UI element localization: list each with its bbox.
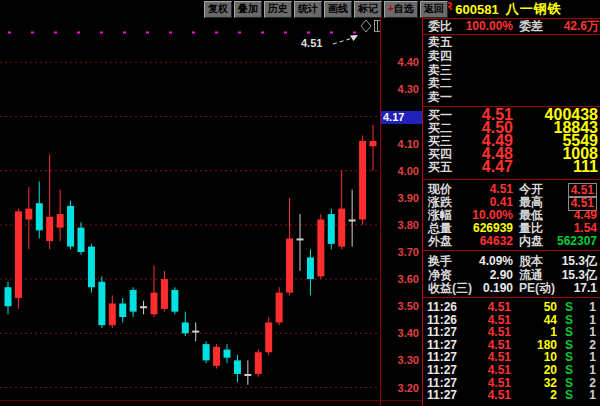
- weibi-row: 委比 100.00% 委差 42.6万: [423, 20, 600, 33]
- tick-row: 11:274.511S1: [423, 326, 600, 339]
- candle-body: [119, 303, 126, 317]
- snapshot-grid: 现价 4.51 今开 4.51 涨跌 0.41 最高 4.51 涨幅 10.00…: [423, 183, 600, 247]
- toolbar-button-tongji[interactable]: 统计: [294, 1, 322, 18]
- candle-body: [25, 209, 32, 220]
- sell-level-2[interactable]: 卖二: [423, 77, 600, 91]
- toolbar-button-biaoji[interactable]: 标记: [354, 1, 382, 18]
- axis-price-label: 3.20: [398, 382, 419, 394]
- tick-row: 11:264.5150S1: [423, 301, 600, 314]
- buy-level-5[interactable]: 买五 4.47 111: [423, 161, 600, 174]
- toolbar-button-lishi[interactable]: 历史: [264, 1, 292, 18]
- divider: [423, 297, 600, 298]
- field-value: 15.3亿: [562, 269, 597, 283]
- toolbar-button-back[interactable]: 返回: [420, 1, 448, 18]
- diamond-tool-icon[interactable]: [361, 20, 371, 32]
- toolbar-button-diejia[interactable]: 叠加: [234, 1, 262, 18]
- stock-terminal: 4.51 复权 叠加 历史 统计 画线 标记 +自选 返回 4.17 4.404…: [0, 0, 600, 406]
- candle-body: [130, 290, 137, 312]
- field-value: 64632: [480, 235, 513, 248]
- divider: [423, 179, 600, 180]
- candle-body: [286, 238, 293, 292]
- axis-price-label: 4.40: [398, 56, 419, 68]
- candle-body: [370, 141, 377, 146]
- axis-price-label: 4.00: [398, 165, 419, 177]
- weicha-label: 委差: [519, 20, 543, 33]
- field-label: 换手: [428, 255, 452, 269]
- buy-label: 买五: [428, 161, 452, 174]
- field-label: 量比: [519, 222, 543, 235]
- field-value: 4.51: [490, 183, 513, 196]
- buy-volume: 111: [573, 161, 598, 174]
- stock-header: R 600581 八一钢铁: [423, 0, 600, 18]
- candle-body: [46, 217, 53, 241]
- snapshot-row: 外盘 64632 内盘 562307: [423, 235, 600, 248]
- price-axis-tag: 4.17: [381, 111, 422, 124]
- axis-price-label: 4.10: [398, 138, 419, 150]
- field-label: 总量: [428, 222, 452, 235]
- field-value: 0.41: [490, 196, 513, 209]
- candle-body: [57, 214, 64, 228]
- candle-body: [98, 282, 105, 325]
- toolbar-button-add-watchlist[interactable]: +自选: [384, 1, 418, 18]
- candle-body: [307, 257, 314, 279]
- candle-body: [338, 209, 345, 247]
- toolbar-button-huaxian[interactable]: 画线: [324, 1, 352, 18]
- toolbar-button-fuquan[interactable]: 复权: [204, 1, 232, 18]
- field-label: 外盘: [428, 235, 452, 248]
- fundamentals-row: 收益(三) 0.190 PE(动) 17.1: [423, 282, 600, 296]
- candle-body: [67, 206, 74, 247]
- fundamentals-grid: 换手 4.09% 股本 15.3亿 净资 2.90 流通 15.3亿 收益(三)…: [423, 255, 600, 296]
- candle-body: [151, 293, 158, 315]
- quote-panel: R 600581 八一钢铁 委比 100.00% 委差 42.6万 卖五 卖四 …: [422, 0, 600, 406]
- kline-chart[interactable]: 4.51: [0, 0, 380, 406]
- buy-label: 买一: [428, 109, 452, 122]
- snapshot-row: 现价 4.51 今开 4.51: [423, 183, 600, 196]
- limit-price-label: 4.51: [301, 37, 322, 49]
- snapshot-row: 涨跌 0.41 最高 4.51: [423, 196, 600, 209]
- candle-body: [213, 347, 220, 366]
- field-label: 今开: [519, 183, 543, 196]
- sell-level-4[interactable]: 卖四: [423, 50, 600, 64]
- field-label: 涨幅: [428, 209, 452, 222]
- field-label: 现价: [428, 183, 452, 196]
- candle-body: [140, 306, 147, 308]
- field-value: 626939: [473, 222, 513, 235]
- field-value: 562307: [557, 235, 597, 248]
- candle-body: [328, 214, 335, 244]
- chart-bottom-border: [0, 400, 422, 401]
- candle-body: [171, 290, 178, 312]
- candle-body: [349, 219, 356, 221]
- axis-price-label: 3.70: [398, 246, 419, 258]
- candle-body: [192, 331, 199, 333]
- candle-body: [255, 352, 262, 374]
- candle-body: [317, 219, 324, 276]
- candle-body: [244, 374, 251, 376]
- sell-level-5[interactable]: 卖五: [423, 36, 600, 50]
- divider: [423, 250, 600, 251]
- candle-body: [78, 228, 85, 252]
- field-value: 4.49: [574, 209, 597, 222]
- axis-price-label: 3.60: [398, 273, 419, 285]
- axis-price-label: 3.40: [398, 327, 419, 339]
- field-label: 收益(三): [428, 282, 472, 296]
- buy-price: 4.47: [482, 161, 513, 174]
- kline-chart-area[interactable]: 4.51: [0, 0, 380, 406]
- weibi-value: 100.00%: [466, 20, 513, 33]
- candle-body: [36, 203, 43, 230]
- fundamentals-row: 净资 2.90 流通 15.3亿: [423, 269, 600, 283]
- field-label: 流通: [519, 269, 543, 283]
- tick-list[interactable]: 11:264.5150S111:264.5144S111:274.511S111…: [423, 301, 600, 402]
- candle-body: [5, 287, 12, 306]
- axis-price-label: 3.30: [398, 354, 419, 366]
- field-value: 17.1: [574, 282, 597, 296]
- axis-price-label: 3.50: [398, 300, 419, 312]
- field-value: 1.54: [574, 222, 597, 235]
- chart-toolbar: 复权 叠加 历史 统计 画线 标记 +自选 返回: [204, 0, 424, 18]
- sell-level-1[interactable]: 卖一: [423, 91, 600, 105]
- candle-body: [109, 303, 116, 325]
- axis-price-label: 4.30: [398, 83, 419, 95]
- field-label: PE(动): [519, 282, 555, 296]
- candle-body: [224, 350, 231, 358]
- field-label: 股本: [519, 255, 543, 269]
- sell-level-3[interactable]: 卖三: [423, 64, 600, 78]
